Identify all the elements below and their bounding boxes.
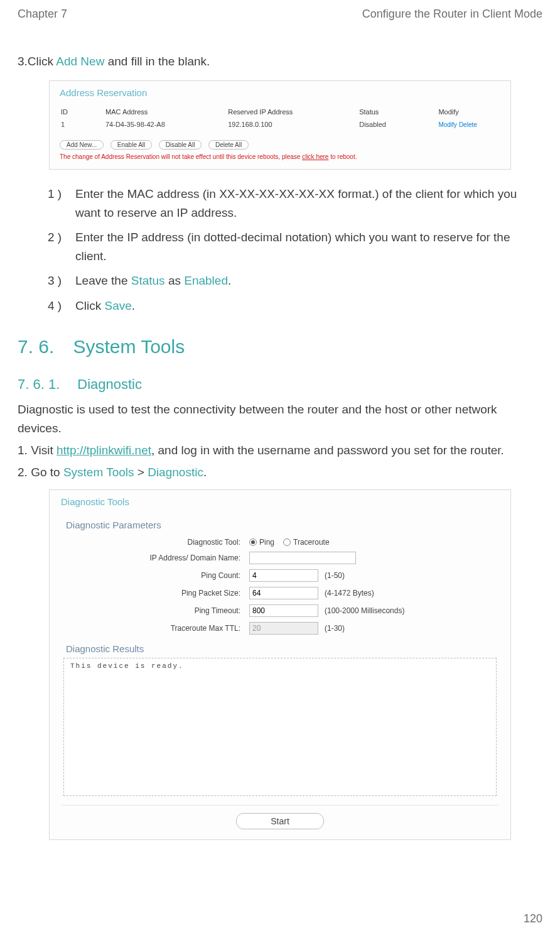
text: .: [228, 274, 231, 287]
ping-timeout-input[interactable]: [249, 604, 318, 617]
col-status: Status: [359, 108, 437, 119]
text: Click: [28, 55, 56, 68]
ping-count-label: Ping Count:: [61, 571, 249, 580]
table-header-row: ID MAC Address Reserved IP Address Statu…: [61, 108, 499, 119]
traceroute-ttl-hint: (1-30): [325, 624, 345, 633]
cell-mac: 74-D4-35-98-42-A8: [105, 121, 227, 133]
enable-all-button[interactable]: Enable All: [110, 140, 152, 150]
traceroute-ttl-label: Traceroute Max TTL:: [61, 624, 249, 633]
results-box: This device is ready.: [63, 658, 497, 796]
sub-step-text: Enter the MAC address (in XX-XX-XX-XX-XX…: [75, 185, 542, 222]
text: .: [203, 466, 207, 479]
col-ip: Reserved IP Address: [228, 108, 358, 119]
diag-step-1: 1. Visit http://tplinkwifi.net, and log …: [18, 441, 542, 459]
modify-link[interactable]: Modify: [438, 121, 456, 128]
divider: [61, 805, 499, 805]
tplinkwifi-link[interactable]: http://tplinkwifi.net: [57, 444, 151, 457]
traceroute-radio-input[interactable]: [283, 538, 291, 546]
text: Leave the: [75, 274, 131, 287]
diagnostic-tool-label: Diagnostic Tool:: [61, 538, 249, 547]
text: Go to: [31, 466, 63, 479]
ping-radio[interactable]: Ping: [249, 538, 274, 547]
subsection-heading: 7. 6. 1.Diagnostic: [18, 376, 542, 393]
diagnostic-link[interactable]: Diagnostic: [148, 466, 203, 479]
add-new-link[interactable]: Add New: [56, 55, 104, 68]
disable-all-button[interactable]: Disable All: [159, 140, 202, 150]
step-number: 1.: [18, 444, 31, 457]
text: >: [134, 466, 148, 479]
ping-radio-input[interactable]: [249, 538, 257, 546]
warning-text: to reboot.: [328, 153, 357, 160]
traceroute-label: Traceroute: [293, 538, 330, 547]
col-mac: MAC Address: [105, 108, 227, 119]
sub-step-4: 4 ) Click Save.: [48, 297, 542, 315]
ip-address-row: IP Address/ Domain Name:: [61, 552, 499, 564]
sub-step-text: Click Save.: [75, 297, 135, 315]
sub-step-marker: 1 ): [48, 185, 75, 222]
save-keyword[interactable]: Save: [104, 299, 131, 312]
results-title: Diagnostic Results: [66, 643, 499, 654]
diagnostic-intro: Diagnostic is used to test the connectiv…: [18, 400, 542, 437]
parameters-title: Diagnostic Parameters: [66, 520, 499, 530]
sub-step-3: 3 ) Leave the Status as Enabled.: [48, 271, 542, 290]
sub-step-1: 1 ) Enter the MAC address (in XX-XX-XX-X…: [48, 185, 542, 222]
traceroute-radio[interactable]: Traceroute: [283, 538, 330, 547]
sub-step-text: Enter the IP address (in dotted-decimal …: [75, 228, 542, 265]
ping-count-input[interactable]: [249, 569, 318, 582]
ip-address-input[interactable]: [249, 552, 356, 564]
sub-step-marker: 2 ): [48, 228, 75, 265]
text: .: [132, 299, 135, 312]
packet-size-hint: (4-1472 Bytes): [325, 589, 374, 597]
traceroute-ttl-input: [249, 622, 318, 635]
sub-step-marker: 4 ): [48, 297, 75, 315]
text: and fill in the blank.: [104, 55, 210, 68]
results-text: This device is ready.: [70, 662, 184, 670]
address-reservation-panel: Address Reservation ID MAC Address Reser…: [49, 80, 511, 170]
delete-all-button[interactable]: Delete All: [208, 140, 249, 150]
col-id: ID: [61, 108, 104, 119]
page-header: Chapter 7 Configure the Router in Client…: [18, 8, 542, 21]
chapter-label: Chapter 7: [18, 8, 67, 21]
packet-size-row: Ping Packet Size: (4-1472 Bytes): [61, 587, 499, 599]
sub-step-marker: 3 ): [48, 271, 75, 290]
enabled-keyword: Enabled: [184, 274, 228, 287]
packet-size-input[interactable]: [249, 587, 318, 599]
panel-title: Diagnostic Tools: [61, 496, 499, 507]
section-heading: 7. 6.System Tools: [18, 336, 542, 357]
sub-step-list: 1 ) Enter the MAC address (in XX-XX-XX-X…: [48, 185, 542, 315]
reboot-link[interactable]: click here: [302, 153, 328, 160]
status-keyword: Status: [131, 274, 165, 287]
traceroute-ttl-row: Traceroute Max TTL: (1-30): [61, 622, 499, 635]
delete-link[interactable]: Delete: [459, 121, 477, 128]
panel-title: Address Reservation: [60, 87, 500, 98]
text: as: [165, 274, 185, 287]
ping-timeout-label: Ping Timeout:: [61, 606, 249, 615]
table-button-row: Add New... Enable All Disable All Delete…: [60, 138, 500, 150]
system-tools-link[interactable]: System Tools: [63, 466, 134, 479]
text: Click: [75, 299, 104, 312]
cell-status: Disabled: [359, 121, 437, 133]
add-new-button[interactable]: Add New...: [60, 140, 104, 150]
sub-step-text: Leave the Status as Enabled.: [75, 271, 231, 290]
diag-step-2: 2. Go to System Tools > Diagnostic.: [18, 463, 542, 481]
step-number: 3.: [18, 52, 28, 70]
page-title: Configure the Router in Client Mode: [362, 8, 542, 21]
warning-text: The change of Address Reservation will n…: [60, 153, 302, 160]
col-modify: Modify: [438, 108, 499, 119]
reservation-table: ID MAC Address Reserved IP Address Statu…: [60, 107, 500, 134]
start-button[interactable]: Start: [236, 813, 324, 829]
page-number: 120: [524, 912, 542, 925]
ping-timeout-hint: (100-2000 Milliseconds): [325, 606, 404, 615]
step-3: 3. Click Add New and fill in the blank.: [18, 52, 542, 70]
packet-size-label: Ping Packet Size:: [61, 589, 249, 597]
ip-address-label: IP Address/ Domain Name:: [61, 554, 249, 562]
text: , and log in with the username and passw…: [151, 444, 504, 457]
ping-count-hint: (1-50): [325, 571, 345, 580]
table-row: 1 74-D4-35-98-42-A8 192.168.0.100 Disabl…: [61, 121, 499, 133]
step-number: 2.: [18, 466, 31, 479]
cell-ip: 192.168.0.100: [228, 121, 358, 133]
diagnostic-tool-row: Diagnostic Tool: Ping Traceroute: [61, 538, 499, 547]
subsection-title: Diagnostic: [77, 376, 142, 392]
sub-step-2: 2 ) Enter the IP address (in dotted-deci…: [48, 228, 542, 265]
reboot-warning: The change of Address Reservation will n…: [60, 153, 500, 160]
